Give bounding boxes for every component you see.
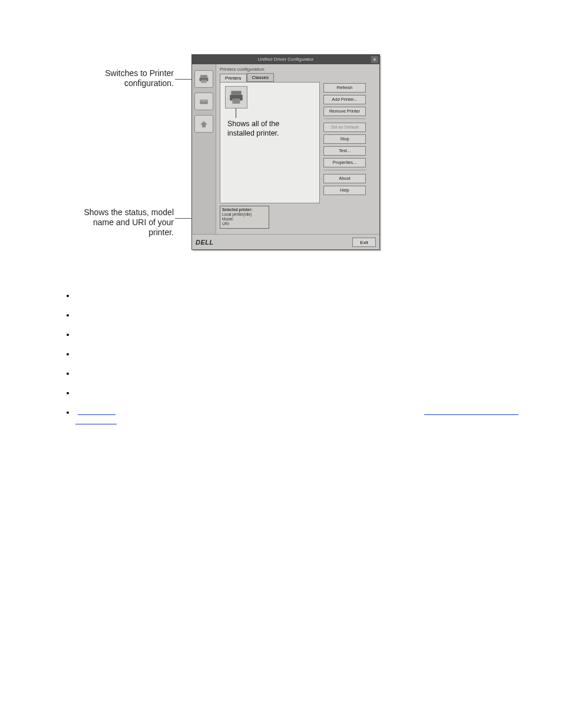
refresh-button[interactable]: Refresh [323, 83, 366, 93]
printer-list[interactable]: Shows all of the installed printer. [220, 82, 320, 203]
svg-rect-0 [200, 75, 207, 78]
selected-printer-info: Selected printer: Local printer(idle) Mo… [220, 206, 269, 229]
test-button[interactable]: Test... [323, 146, 366, 156]
annotation-status: Shows the status, model name and URI of … [72, 207, 174, 238]
annotation-text: configuration. [80, 78, 174, 88]
remove-printer-button[interactable]: Remove Printer [323, 107, 366, 116]
mode-printers-icon[interactable] [194, 70, 213, 88]
svg-rect-4 [201, 101, 207, 102]
tabs: Printers Classes [220, 73, 376, 82]
divider [323, 170, 366, 170]
set-default-button[interactable]: Set as Default [323, 123, 366, 132]
mode-ports-icon[interactable] [194, 115, 213, 133]
about-button[interactable]: About [323, 174, 366, 183]
main-pane: Printers configuration Printers Classes [216, 64, 379, 234]
tab-classes[interactable]: Classes [247, 73, 274, 82]
window-title: Unified Driver Configurator [258, 57, 314, 62]
help-button[interactable]: Help [323, 186, 366, 195]
window-body: Printers configuration Printers Classes [192, 64, 379, 234]
close-icon[interactable]: × [371, 56, 378, 63]
callout-line: Shows all of the [227, 119, 279, 129]
printer-icon [228, 90, 244, 105]
info-header: Selected printer: [222, 207, 267, 212]
tab-printers[interactable]: Printers [220, 74, 247, 83]
bullet-item [75, 408, 523, 417]
link-underline [75, 424, 117, 424]
printer-icon [198, 74, 210, 84]
section-label: Printers configuration [220, 67, 376, 72]
scanner-icon [198, 96, 210, 107]
svg-rect-2 [201, 80, 207, 83]
callout-line: installed printer. [227, 129, 279, 138]
annotation-text: name and URI of your [72, 218, 174, 228]
callout-text: Shows all of the installed printer. [227, 119, 279, 138]
bullet-list [64, 291, 523, 427]
pane-row: Shows all of the installed printer. Refr… [220, 82, 376, 203]
info-line: URI: [222, 222, 267, 226]
mode-scanners-icon[interactable] [194, 93, 213, 110]
svg-rect-3 [200, 100, 208, 104]
properties-button[interactable]: Properties... [323, 158, 366, 167]
link-underline [424, 414, 518, 415]
annotation-text: Switches to Printer [80, 68, 174, 78]
bullet-item [75, 350, 523, 358]
bullet-item [75, 291, 523, 300]
printer-item[interactable] [225, 86, 247, 108]
bullet-item [75, 388, 523, 397]
bullet-item [75, 311, 523, 319]
brand-logo: DELL [196, 239, 214, 246]
bullet-item [75, 369, 523, 378]
bullet-item [75, 330, 523, 339]
mode-sidebar [192, 64, 216, 234]
annotation-text: printer. [72, 228, 174, 238]
link-underline [78, 414, 115, 415]
callout-connector [236, 108, 236, 118]
info-line: Local printer(idle) [222, 212, 267, 217]
exit-button[interactable]: Exit [352, 238, 376, 247]
app-window: Unified Driver Configurator × Prin [191, 54, 380, 250]
annotation-connector [175, 79, 191, 80]
divider [323, 118, 366, 119]
svg-rect-5 [231, 91, 241, 95]
stop-button[interactable]: Stop [323, 134, 366, 144]
screenshot-composite: Switches to Printer configuration. Shows… [85, 54, 380, 255]
annotation-text: Shows the status, model [72, 207, 174, 218]
port-icon [198, 118, 210, 129]
button-column: Refresh Add Printer... Remove Printer Se… [323, 82, 366, 203]
annotation-switch: Switches to Printer configuration. [80, 68, 174, 88]
svg-rect-7 [233, 98, 240, 104]
window-footer: DELL Exit [192, 234, 379, 250]
add-printer-button[interactable]: Add Printer... [323, 95, 366, 104]
info-line: Model: [222, 217, 267, 222]
titlebar: Unified Driver Configurator × [192, 55, 379, 64]
